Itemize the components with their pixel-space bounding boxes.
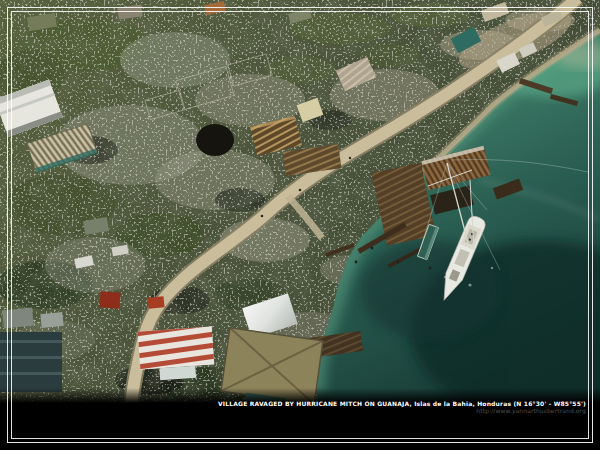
hurricane-photo: VILLAGE RAVAGED BY HURRICANE MITCH ON GU… — [0, 0, 600, 450]
burned-roof — [196, 124, 234, 156]
aerial-photo-illustration — [0, 0, 600, 450]
photo-caption: VILLAGE RAVAGED BY HURRICANE MITCH ON GU… — [218, 400, 586, 407]
photo-credit-url: http://www.yannarthusbertrand.org — [476, 407, 586, 414]
caption-band — [0, 388, 600, 450]
red-shack — [99, 291, 120, 308]
dark-teal-building — [0, 332, 62, 392]
